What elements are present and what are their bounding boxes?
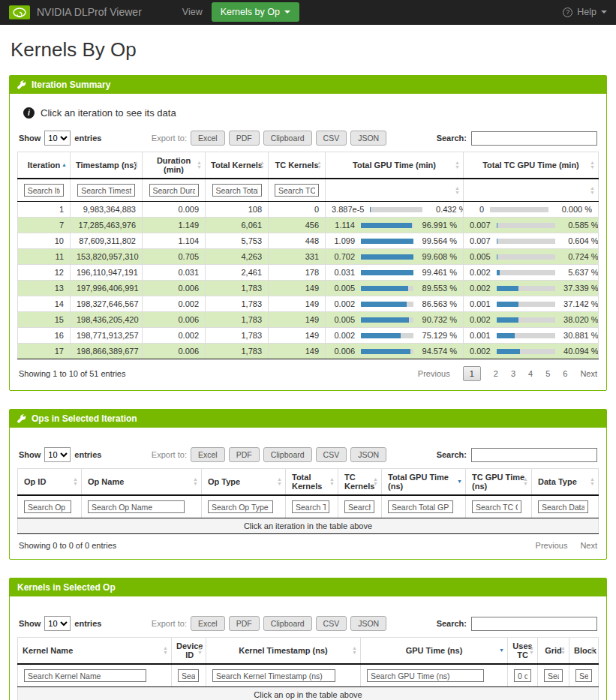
page-number-6[interactable]: 6 bbox=[563, 369, 567, 378]
column-header-tc-kernels[interactable]: TC Kernels▲▼ bbox=[338, 469, 382, 496]
next-page-button[interactable]: Next bbox=[580, 541, 597, 550]
filter-input-0-or-1[interactable] bbox=[514, 669, 531, 682]
column-header-op-name[interactable]: Op Name▲▼ bbox=[82, 469, 202, 496]
column-header-grid[interactable]: Grid▲▼ bbox=[538, 638, 569, 665]
export-pdf-button[interactable]: PDF bbox=[229, 131, 260, 146]
column-header-uses-tc[interactable]: Uses TC▲▼ bbox=[508, 638, 538, 665]
page-number-5[interactable]: 5 bbox=[545, 369, 550, 378]
cell: 10 bbox=[18, 233, 71, 249]
export-excel-button[interactable]: Excel bbox=[191, 447, 225, 462]
nav-item-view[interactable]: View bbox=[173, 7, 212, 17]
column-header-total-tc-gpu-time-min[interactable]: Total TC GPU Time (min)▲▼ bbox=[464, 152, 599, 179]
export-json-button[interactable]: JSON bbox=[350, 616, 386, 631]
column-header-data-type[interactable]: Data Type▲▼ bbox=[532, 469, 599, 496]
bar-percent: 0.432 % bbox=[428, 205, 463, 214]
iteration-row[interactable]: 17198,866,389,6770.0061,7831490.00694.57… bbox=[18, 344, 599, 359]
column-header-device-id[interactable]: Device ID▲▼ bbox=[172, 638, 206, 665]
progress-bar-track bbox=[497, 349, 555, 354]
page-number-2[interactable]: 2 bbox=[494, 369, 498, 378]
filter-input-search-gpu-time-ns[interactable] bbox=[367, 669, 484, 682]
filter-input-search-total-kernels[interactable] bbox=[292, 500, 329, 513]
filter-input-search-kernel-timestamp-ns[interactable] bbox=[212, 669, 335, 682]
filter-input-search-op-type[interactable] bbox=[208, 500, 273, 513]
export-csv-button[interactable]: CSV bbox=[316, 616, 347, 631]
iteration-row[interactable]: 11153,820,957,3100.7054,2633310.70299.60… bbox=[18, 249, 599, 265]
show-label: Show bbox=[19, 134, 41, 143]
search-input[interactable] bbox=[471, 448, 597, 462]
filter-input-search-data-type[interactable] bbox=[538, 500, 588, 513]
iteration-row[interactable]: 19,983,364,8830.00910803.887e-50.432 %00… bbox=[18, 202, 599, 218]
iteration-row[interactable]: 717,285,463,9761.1496,0614561.11496.991 … bbox=[18, 218, 599, 233]
gpu-time-bar-cell: 0.00238.020 % bbox=[464, 312, 599, 328]
bar-percent: 99.564 % bbox=[419, 236, 457, 245]
column-header-tc-kernels[interactable]: TC Kernels▲▼ bbox=[269, 152, 326, 179]
export-pdf-button[interactable]: PDF bbox=[229, 616, 260, 631]
filter-input-search-tc-kernels[interactable] bbox=[275, 184, 319, 197]
entries-select[interactable]: 10 bbox=[44, 447, 71, 462]
navbar-brand[interactable]: NVIDIA DLProf Viewer bbox=[9, 5, 142, 20]
previous-page-button[interactable]: Previous bbox=[418, 369, 450, 378]
nav-item-help[interactable]: ? Help bbox=[563, 7, 607, 17]
progress-bar-fill bbox=[497, 302, 518, 307]
export-excel-button[interactable]: Excel bbox=[191, 616, 225, 631]
filter-cell bbox=[508, 664, 538, 687]
export-csv-button[interactable]: CSV bbox=[316, 447, 347, 462]
entries-select[interactable]: 10 bbox=[44, 131, 71, 146]
iteration-row[interactable]: 14198,327,646,5670.0021,7831490.00286.56… bbox=[18, 296, 599, 312]
column-header-duration-min[interactable]: Duration (min)▲▼ bbox=[143, 152, 206, 179]
column-header-total-kernels[interactable]: Total Kernels▲▼ bbox=[286, 469, 338, 496]
nav-item-kernels-by-op[interactable]: Kernels by Op bbox=[212, 2, 299, 22]
bar-percent: 94.574 % bbox=[419, 347, 457, 356]
iteration-row[interactable]: 1087,609,311,8021.1045,7534481.09999.564… bbox=[18, 233, 599, 249]
column-header-op-type[interactable]: Op Type▲▼ bbox=[202, 469, 286, 496]
export-clipboard-button[interactable]: Clipboard bbox=[263, 131, 312, 146]
filter-input-search-total-kernels[interactable] bbox=[212, 184, 262, 197]
panel-iteration-summary: Iteration Summary i Click an iteration t… bbox=[9, 75, 607, 391]
search-input[interactable] bbox=[471, 131, 597, 146]
iteration-row[interactable]: 15198,436,205,4200.0061,7831490.00590.73… bbox=[18, 312, 599, 328]
column-header-kernel-timestamp-ns[interactable]: Kernel Timestamp (ns)▲▼ bbox=[206, 638, 361, 665]
iteration-row[interactable]: 12196,110,947,1910.0312,4611780.03199.46… bbox=[18, 265, 599, 281]
column-header-total-gpu-time-min[interactable]: Total GPU Time (min)▲▼ bbox=[326, 152, 464, 179]
filter-input-search-kernel-name[interactable] bbox=[24, 669, 146, 682]
iteration-row[interactable]: 13197,996,406,9910.0061,7831490.00589.55… bbox=[18, 281, 599, 296]
column-header-block[interactable]: Block▲▼ bbox=[569, 638, 599, 665]
filter-input-search-device-id[interactable] bbox=[178, 669, 199, 682]
filter-input-search-block[interactable] bbox=[575, 669, 592, 682]
column-header-total-gpu-time-ns[interactable]: Total GPU Time (ns)▼ bbox=[382, 469, 466, 496]
next-page-button[interactable]: Next bbox=[580, 369, 597, 378]
cell: 198,327,646,567 bbox=[71, 296, 143, 312]
filter-input-search-duration-min[interactable] bbox=[149, 184, 199, 197]
filter-input-search-tc-kernels[interactable] bbox=[344, 500, 374, 513]
column-header-total-kernels[interactable]: Total Kernels▲▼ bbox=[206, 152, 269, 179]
column-header-op-id[interactable]: Op ID▲▼ bbox=[18, 469, 82, 496]
column-header-gpu-time-ns[interactable]: GPU Time (ns)▼ bbox=[361, 638, 508, 665]
page-number-1[interactable]: 1 bbox=[463, 366, 481, 381]
export-pdf-button[interactable]: PDF bbox=[229, 447, 260, 462]
column-header-kernel-name[interactable]: Kernel Name▲▼ bbox=[18, 638, 172, 665]
filter-input-search-op-name[interactable] bbox=[88, 500, 185, 513]
filter-cell bbox=[532, 495, 599, 518]
column-label: Timestamp (ns) bbox=[76, 161, 137, 170]
export-json-button[interactable]: JSON bbox=[350, 131, 386, 146]
filter-input-search-op-id[interactable] bbox=[24, 500, 71, 513]
export-clipboard-button[interactable]: Clipboard bbox=[263, 447, 312, 462]
page-number-3[interactable]: 3 bbox=[511, 369, 515, 378]
column-header-tc-gpu-time-ns[interactable]: TC GPU Time (ns)▲▼ bbox=[466, 469, 532, 496]
export-excel-button[interactable]: Excel bbox=[191, 131, 225, 146]
column-header-iteration[interactable]: Iteration▲ bbox=[18, 152, 71, 179]
column-header-timestamp-ns[interactable]: Timestamp (ns)▲▼ bbox=[71, 152, 143, 179]
filter-input-search-total-gpu-time-ns[interactable] bbox=[388, 500, 453, 513]
export-csv-button[interactable]: CSV bbox=[316, 131, 347, 146]
iteration-row[interactable]: 16198,771,913,2570.0021,7831490.00275.12… bbox=[18, 328, 599, 344]
filter-input-search-grid[interactable] bbox=[544, 669, 563, 682]
export-json-button[interactable]: JSON bbox=[350, 447, 386, 462]
filter-input-search-tc-gpu-time-ns[interactable] bbox=[472, 500, 521, 513]
filter-input-search-iteration[interactable] bbox=[24, 184, 65, 197]
filter-input-search-timestamp-ns[interactable] bbox=[77, 184, 135, 197]
previous-page-button[interactable]: Previous bbox=[536, 541, 568, 550]
entries-select[interactable]: 10 bbox=[44, 616, 71, 631]
page-number-4[interactable]: 4 bbox=[528, 369, 533, 378]
export-clipboard-button[interactable]: Clipboard bbox=[263, 616, 312, 631]
search-input[interactable] bbox=[471, 617, 597, 631]
